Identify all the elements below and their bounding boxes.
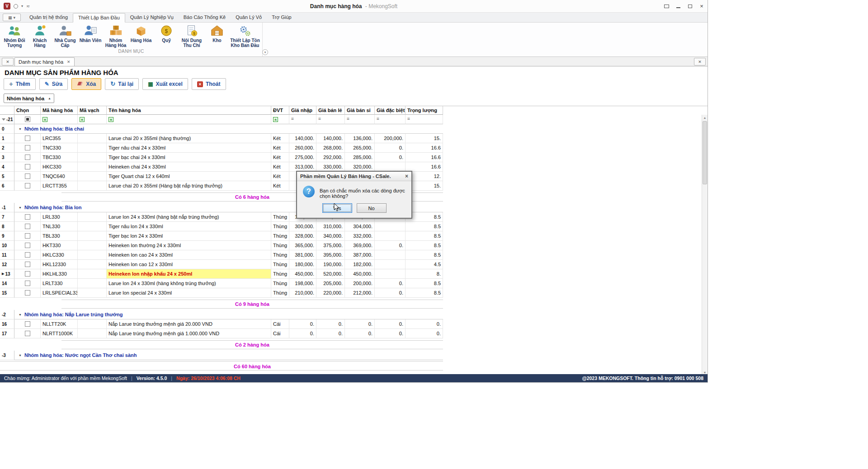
- column-header-5[interactable]: Giá nhập: [289, 106, 316, 115]
- cell-sel[interactable]: [14, 260, 41, 269]
- group-row[interactable]: 0▼Nhóm hàng hóa: Bia chai: [0, 124, 708, 134]
- delete-button[interactable]: Xóa: [71, 78, 101, 90]
- cell-sel[interactable]: [14, 288, 41, 298]
- cell-sel[interactable]: [14, 319, 41, 329]
- close-all-tabs-button[interactable]: ✕: [2, 58, 14, 66]
- ribbon-item-2[interactable]: Nhà Cung Cấp: [52, 23, 78, 48]
- table-row[interactable]: 16NLLTT20KNắp Larue trúng thưởng mệnh gi…: [0, 319, 708, 329]
- ribbon-item-5[interactable]: Hàng Hóa: [128, 23, 154, 48]
- filter-cell-7[interactable]: =: [345, 115, 375, 124]
- ribbon-item-6[interactable]: $Quỹ: [154, 23, 179, 48]
- filter-cell-3[interactable]: a: [107, 115, 271, 124]
- table-row[interactable]: ▶13HKLHL330Heineken lon nhập khẩu 24 x 2…: [0, 269, 708, 279]
- ribbon-item-7[interactable]: $Nội Dung Thu Chi: [179, 23, 204, 48]
- cell-sel[interactable]: [14, 250, 41, 260]
- ribbon-tab-5[interactable]: Trợ Giúp: [267, 13, 296, 22]
- cell-sel[interactable]: [14, 222, 41, 231]
- filter-cell-6[interactable]: =: [316, 115, 345, 124]
- minimize-button[interactable]: [672, 0, 684, 12]
- cell-sel[interactable]: [14, 153, 41, 162]
- cell-sel[interactable]: [14, 181, 41, 191]
- column-header-4[interactable]: ĐVT: [271, 106, 289, 115]
- add-button[interactable]: +Thêm: [4, 78, 36, 90]
- filter-cell-8[interactable]: =: [375, 115, 406, 124]
- collapse-triangle-icon[interactable]: ▼: [19, 354, 22, 357]
- column-header-3[interactable]: Tên hàng hóa: [107, 106, 271, 115]
- ribbon-item-8[interactable]: Kho: [204, 23, 230, 48]
- close-tab-button-right[interactable]: ✕: [694, 58, 706, 66]
- filter-cell-5[interactable]: =: [289, 115, 316, 124]
- cell-sel[interactable]: [14, 329, 41, 338]
- row-checkbox[interactable]: [25, 183, 30, 188]
- cell-sel[interactable]: [14, 269, 41, 279]
- ribbon-tab-4[interactable]: Quản Lý Vỏ: [231, 13, 267, 22]
- cell-sel[interactable]: [14, 172, 41, 181]
- scrollbar-thumb[interactable]: [703, 121, 707, 184]
- collapse-triangle-icon[interactable]: ▼: [19, 206, 22, 209]
- column-header-9[interactable]: Trọng lượng: [406, 106, 443, 115]
- ribbon-item-0[interactable]: Nhóm Đối Tượng: [2, 23, 27, 48]
- quick-access-dropdown-icon[interactable]: ▾: [21, 4, 23, 8]
- cell-sel[interactable]: [14, 212, 41, 222]
- close-button[interactable]: ×: [696, 0, 708, 12]
- row-checkbox[interactable]: [25, 281, 30, 286]
- reload-button[interactable]: ↻Tải lại: [105, 78, 139, 90]
- row-checkbox[interactable]: [25, 331, 30, 336]
- table-row[interactable]: 12HKL12330Heineken lon cao 12 x 330mlThù…: [0, 260, 708, 269]
- vertical-scrollbar[interactable]: ▲ ▼: [702, 115, 708, 375]
- row-checkbox[interactable]: [25, 214, 30, 220]
- row-checkbox[interactable]: [25, 233, 30, 239]
- table-row[interactable]: 9TBL330Tiger bạc lon 24 x 330mlThùng328,…: [0, 231, 708, 241]
- row-checkbox[interactable]: [25, 321, 30, 327]
- table-row[interactable]: 3TBC330Tiger bạc chai 24 x 330mlKét275,0…: [0, 153, 708, 162]
- filter-cell-9[interactable]: =: [406, 115, 443, 124]
- table-row[interactable]: 14LRLT330Larue lon 24 x 330ml (hàng khôn…: [0, 279, 708, 288]
- no-button[interactable]: No: [357, 203, 387, 213]
- row-checkbox[interactable]: [25, 243, 30, 248]
- fullscreen-button[interactable]: [660, 0, 672, 12]
- ribbon-group-dialog-button[interactable]: ▾: [262, 49, 268, 55]
- group-row[interactable]: -3▼Nhóm hàng hóa: Nước ngọt Cần Thơ chai…: [0, 351, 708, 360]
- table-row[interactable]: 2TNC330Tiger nâu chai 24 x 330mlKét260,0…: [0, 143, 708, 153]
- ribbon-tab-3[interactable]: Báo Cáo Thống Kê: [179, 13, 231, 22]
- ribbon-item-3[interactable]: Nhân Viên: [78, 23, 103, 48]
- group-by-dropdown[interactable]: Nhóm hàng hóa ▲: [4, 94, 54, 103]
- cell-sel[interactable]: [14, 134, 41, 143]
- ribbon-tab-2[interactable]: Quản Lý Nghiệp Vụ: [125, 13, 179, 22]
- select-all-checkbox[interactable]: [25, 117, 30, 122]
- edit-button[interactable]: ✎Sửa: [39, 78, 68, 90]
- table-row[interactable]: 15LRLSPECIAL330Larue lon special 24 x 33…: [0, 288, 708, 298]
- row-checkbox[interactable]: [25, 262, 30, 267]
- column-header-6[interactable]: Giá bán lẻ: [316, 106, 345, 115]
- table-row[interactable]: 4HKC330Heineken chai 24 x 330mlKét313,00…: [0, 162, 708, 172]
- tab-danh-muc-hang-hoa[interactable]: Danh mục hàng hóa ✕: [14, 57, 75, 66]
- row-checkbox[interactable]: [25, 164, 30, 169]
- excel-button[interactable]: ▦Xuất excel: [142, 78, 188, 90]
- table-row[interactable]: 17NLRTT1000KNắp Larue trúng thưởng mệnh …: [0, 329, 708, 338]
- table-row[interactable]: 10HKT330Heineken lon thường 24 x 330mlTh…: [0, 241, 708, 250]
- ribbon-tab-1[interactable]: Thiết Lập Ban Đầu: [73, 13, 125, 23]
- table-row[interactable]: 1LRC355Larue chai 20 x 355ml (hàng thườn…: [0, 134, 708, 143]
- row-checkbox[interactable]: [25, 224, 30, 229]
- column-header-7[interactable]: Giá bán sỉ: [345, 106, 375, 115]
- ribbon-item-1[interactable]: Khách Hàng: [27, 23, 52, 48]
- group-row-header[interactable]: ▼Nhóm hàng hóa: Bia chai: [14, 124, 443, 134]
- row-checkbox[interactable]: [25, 155, 30, 160]
- filter-cell-4[interactable]: a: [271, 115, 289, 124]
- tab-close-icon[interactable]: ✕: [67, 60, 71, 64]
- ribbon-item-9[interactable]: Thiết Lập Tồn Kho Ban Đầu: [230, 23, 260, 48]
- row-checkbox[interactable]: [25, 252, 30, 258]
- row-checkbox[interactable]: [25, 145, 30, 150]
- app-menu-button[interactable]: ▦ ▾: [3, 14, 21, 21]
- cell-sel[interactable]: [14, 279, 41, 288]
- column-header-1[interactable]: Mã hàng hóa: [41, 106, 78, 115]
- quick-access-icon[interactable]: [14, 4, 18, 9]
- group-row[interactable]: -2▼Nhóm hàng hóa: Nắp Larue trúng thưởng: [0, 310, 708, 319]
- ribbon-item-4[interactable]: Nhóm Hàng Hóa: [103, 23, 128, 48]
- dialog-titlebar[interactable]: Phần mềm Quản Lý Bán Hàng - CSale. ×: [297, 172, 411, 181]
- filter-cell-1[interactable]: a: [41, 115, 78, 124]
- column-header-0[interactable]: Chọn: [14, 106, 41, 115]
- column-header-8[interactable]: Giá đặc biệt: [375, 106, 406, 115]
- exit-button[interactable]: ×Thoát: [192, 78, 226, 90]
- cell-sel[interactable]: [14, 162, 41, 172]
